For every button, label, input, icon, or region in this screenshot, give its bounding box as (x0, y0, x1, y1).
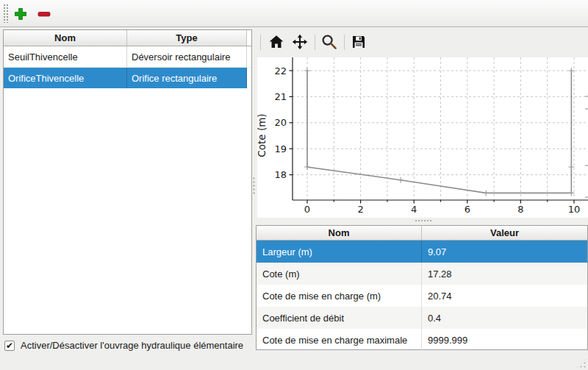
profile-chart[interactable]: 02468101819202122Cote (m) (257, 57, 588, 218)
svg-text:8: 8 (517, 204, 523, 215)
toolbar-separator (344, 35, 345, 50)
property-value[interactable]: 9999.999 (422, 329, 587, 351)
structure-name[interactable]: SeuilThivencelle (4, 46, 127, 67)
header-type[interactable]: Type (127, 30, 247, 46)
property-row-selected[interactable]: Largeur (m) 9.07 (257, 241, 587, 263)
property-value[interactable]: 17.28 (422, 263, 587, 285)
svg-text:6: 6 (465, 204, 470, 215)
pan-button[interactable] (291, 34, 309, 51)
svg-text:10: 10 (568, 204, 581, 215)
header-nom[interactable]: Nom (4, 30, 127, 46)
home-button[interactable] (268, 34, 285, 51)
svg-text:20: 20 (274, 117, 287, 128)
save-button[interactable] (350, 34, 368, 51)
home-icon (268, 41, 284, 52)
structure-type[interactable]: Déversoir rectangulaire (127, 46, 247, 67)
vertical-splitter[interactable] (252, 177, 256, 196)
minus-icon (36, 7, 52, 21)
toolbar-separator (260, 35, 261, 50)
property-name[interactable]: Largeur (m) (257, 241, 422, 263)
enable-structure-label: Activer/Désactiver l'ouvrage hydraulique… (21, 340, 243, 351)
structure-type[interactable]: Orifice rectangulaire (127, 68, 247, 88)
svg-text:2: 2 (357, 204, 363, 215)
structure-name[interactable]: OrificeThivencelle (4, 68, 127, 88)
save-floppy-icon (351, 40, 366, 51)
property-name[interactable]: Cote de mise en charge (m) (257, 285, 422, 307)
svg-text:19: 19 (274, 143, 287, 154)
window-resize-grip[interactable] (576, 358, 587, 369)
header-nom[interactable]: Nom (257, 226, 422, 240)
property-name[interactable]: Cote de mise en charge maximale (257, 329, 422, 351)
structures-table-header: Nom Type (4, 30, 251, 46)
magnifier-icon (321, 41, 337, 52)
property-row[interactable]: Coefficient de débit 0.4 (257, 307, 587, 329)
enable-structure-checkbox[interactable]: ✔ (4, 341, 15, 351)
remove-structure-button[interactable] (36, 6, 52, 22)
svg-text:0: 0 (304, 204, 310, 215)
property-name[interactable]: Cote (m) (257, 263, 422, 285)
property-value[interactable]: 9.07 (422, 241, 587, 263)
properties-table-header: Nom Valeur (257, 226, 587, 241)
main-toolbar (0, 0, 588, 27)
toolbar-drag-handle[interactable] (3, 4, 8, 23)
structures-table: Nom Type SeuilThivencelle Déversoir rect… (3, 29, 252, 335)
add-structure-button[interactable] (12, 6, 29, 22)
plus-icon (12, 7, 29, 21)
property-value[interactable]: 20.74 (422, 285, 587, 307)
profile-chart-figure[interactable]: 02468101819202122Cote (m) (257, 57, 588, 218)
property-value[interactable]: 0.4 (422, 307, 587, 329)
table-row-selected[interactable]: OrificeThivencelle Orifice rectangulaire (4, 68, 251, 88)
property-row[interactable]: Cote de mise en charge (m) 20.74 (257, 285, 587, 307)
property-row[interactable]: Cote de mise en charge maximale 9999.999 (257, 329, 587, 351)
zoom-button[interactable] (320, 34, 338, 51)
move-arrows-icon (292, 41, 308, 52)
table-row[interactable]: SeuilThivencelle Déversoir rectangulaire (4, 46, 251, 68)
properties-table: Nom Valeur Largeur (m) 9.07 Cote (m) 17.… (256, 225, 588, 350)
chart-toolbar (256, 28, 588, 57)
svg-text:Cote (m): Cote (m) (257, 113, 268, 157)
header-gutter (247, 30, 251, 46)
horizontal-splitter[interactable] (415, 219, 432, 222)
svg-text:21: 21 (274, 91, 287, 102)
toolbar-separator (315, 35, 315, 50)
svg-text:4: 4 (411, 204, 417, 215)
property-name[interactable]: Coefficient de débit (257, 307, 422, 329)
enable-structure-row: ✔ Activer/Désactiver l'ouvrage hydrauliq… (4, 340, 243, 351)
svg-text:18: 18 (274, 169, 287, 180)
header-valeur[interactable]: Valeur (422, 226, 587, 240)
property-row[interactable]: Cote (m) 17.28 (257, 263, 587, 285)
svg-text:22: 22 (274, 65, 287, 77)
